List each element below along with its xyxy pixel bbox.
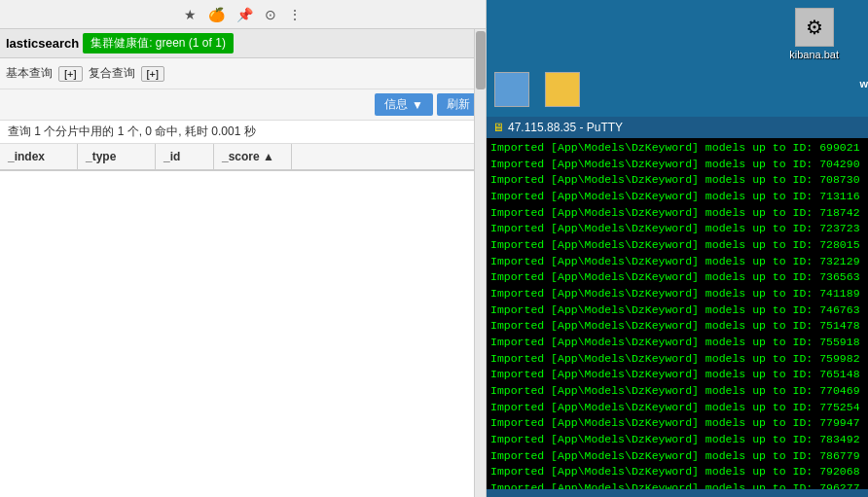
col-type-header[interactable]: _type xyxy=(78,144,156,169)
putty-log-line: Imported [App\Models\DzKeyword] models u… xyxy=(490,335,864,351)
putty-log-line: Imported [App\Models\DzKeyword] models u… xyxy=(490,367,864,383)
pin-icon[interactable]: 📌 xyxy=(236,7,253,22)
putty-title: 47.115.88.35 - PuTTY xyxy=(508,121,862,134)
putty-log-line: Imported [App\Models\DzKeyword] models u… xyxy=(490,432,864,448)
action-bar: 信息 ▼ 刷新 xyxy=(0,89,486,121)
putty-log-line: Imported [App\Models\DzKeyword] models u… xyxy=(490,351,864,368)
putty-titlebar: 🖥 47.115.88.35 - PuTTY xyxy=(487,117,868,138)
basic-query-label: 基本查询 xyxy=(6,65,53,82)
kibana-icon-image: ⚙ xyxy=(795,8,834,47)
elasticsearch-panel: ★ 🍊 📌 ⊙ ⋮ lasticsearch 集群健康值: green (1 o… xyxy=(0,0,487,497)
putty-log-line: Imported [App\Models\DzKeyword] models u… xyxy=(490,269,864,286)
putty-log-line: Imported [App\Models\DzKeyword] models u… xyxy=(490,302,864,319)
putty-log-line: Imported [App\Models\DzKeyword] models u… xyxy=(490,464,864,480)
putty-log-line: Imported [App\Models\DzKeyword] models u… xyxy=(490,237,864,254)
status-text: 查询 1 个分片中用的 1 个, 0 命中, 耗时 0.001 秒 xyxy=(8,124,256,140)
orange-icon[interactable]: 🍊 xyxy=(208,7,225,22)
putty-log-line: Imported [App\Models\DzKeyword] models u… xyxy=(490,448,864,465)
es-title: lasticsearch xyxy=(6,36,79,51)
putty-log-line: Imported [App\Models\DzKeyword] models u… xyxy=(490,189,864,205)
dropdown-arrow-icon: ▼ xyxy=(412,98,423,112)
col-index-header[interactable]: _index xyxy=(0,144,78,169)
compound-query-label: 复合查询 xyxy=(89,65,135,82)
query-bar: 基本查询 [+] 复合查询 [+] xyxy=(0,58,486,89)
right-panel: ⚙ kibana.bat w 🖥 47.115.88.35 - PuTTY Im… xyxy=(487,0,868,497)
putty-log-line: Imported [App\Models\DzKeyword] models u… xyxy=(490,286,864,302)
putty-log-line: Imported [App\Models\DzKeyword] models u… xyxy=(490,318,864,335)
putty-log-line: Imported [App\Models\DzKeyword] models u… xyxy=(490,400,864,416)
desktop-icon-2-image xyxy=(494,72,529,107)
browser-toolbar: ★ 🍊 📌 ⊙ ⋮ xyxy=(0,0,486,29)
putty-log-line: Imported [App\Models\DzKeyword] models u… xyxy=(490,383,864,400)
basic-query-add-button[interactable]: [+] xyxy=(58,66,83,82)
more-icon[interactable]: ⋮ xyxy=(288,7,302,22)
desktop-icon-2[interactable] xyxy=(494,72,529,109)
info-label: 信息 xyxy=(384,96,408,113)
desktop-area: ⚙ kibana.bat w xyxy=(487,0,868,117)
star-icon[interactable]: ★ xyxy=(184,7,197,22)
col-score-header[interactable]: _score ▲ xyxy=(214,144,292,169)
putty-bottom-bar xyxy=(487,489,868,497)
scrollbar-thumb[interactable] xyxy=(476,31,486,89)
desktop-icon-3-image xyxy=(545,72,580,107)
putty-icon: 🖥 xyxy=(492,121,504,134)
desktop-icon-3[interactable] xyxy=(545,72,580,109)
putty-log-line: Imported [App\Models\DzKeyword] models u… xyxy=(490,172,864,189)
right-edge-label: w xyxy=(859,78,868,89)
table-header: _index _type _id _score ▲ xyxy=(0,144,486,171)
putty-log-line: Imported [App\Models\DzKeyword] models u… xyxy=(490,415,864,432)
putty-log-line: Imported [App\Models\DzKeyword] models u… xyxy=(490,157,864,173)
putty-log-line: Imported [App\Models\DzKeyword] models u… xyxy=(490,221,864,237)
putty-terminal[interactable]: Imported [App\Models\DzKeyword] models u… xyxy=(487,138,868,489)
left-scrollbar[interactable] xyxy=(474,29,486,497)
putty-window: 🖥 47.115.88.35 - PuTTY Imported [App\Mod… xyxy=(487,117,868,497)
putty-log-line: Imported [App\Models\DzKeyword] models u… xyxy=(490,480,864,489)
status-line: 查询 1 个分片中用的 1 个, 0 命中, 耗时 0.001 秒 xyxy=(0,121,486,144)
col-id-header[interactable]: _id xyxy=(156,144,214,169)
compound-query-add-button[interactable]: [+] xyxy=(141,66,165,82)
putty-log-line: Imported [App\Models\DzKeyword] models u… xyxy=(490,140,864,157)
putty-log-line: Imported [App\Models\DzKeyword] models u… xyxy=(490,205,864,222)
cluster-status-badge: 集群健康值: green (1 of 1) xyxy=(83,33,234,53)
kibana-icon[interactable]: ⚙ kibana.bat xyxy=(789,8,839,60)
info-button[interactable]: 信息 ▼ xyxy=(375,93,433,116)
user-icon[interactable]: ⊙ xyxy=(265,7,276,22)
putty-log-line: Imported [App\Models\DzKeyword] models u… xyxy=(490,254,864,270)
es-header: lasticsearch 集群健康值: green (1 of 1) xyxy=(0,29,486,58)
kibana-icon-label: kibana.bat xyxy=(789,49,839,60)
